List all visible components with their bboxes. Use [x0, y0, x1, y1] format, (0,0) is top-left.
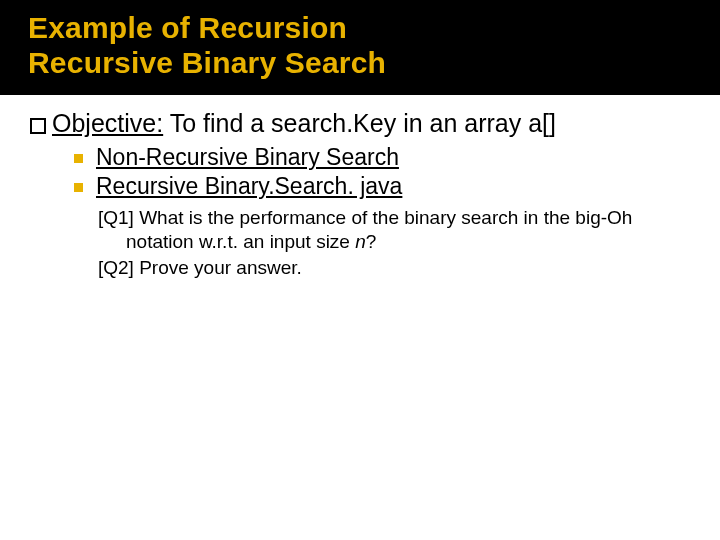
- q1-tag: [Q1]: [98, 207, 134, 228]
- objective-label: Objective:: [52, 109, 163, 137]
- q2-text-before: Prove your answer.: [139, 257, 302, 278]
- q1-text-before: What is the performance of the binary se…: [126, 207, 632, 252]
- title-line-2: Recursive Binary Search: [28, 46, 386, 79]
- title-bar: Example of Recursion Recursive Binary Se…: [0, 0, 720, 95]
- link-nonrecursive[interactable]: Non-Recursive Binary Search: [96, 144, 399, 170]
- square-bullet-icon: [30, 118, 46, 134]
- list-item: Non-Recursive Binary Search: [74, 144, 690, 171]
- objective-text: To find a search.Key in an array a[]: [170, 109, 556, 137]
- objective-row: Objective: To find a search.Key in an ar…: [30, 109, 690, 138]
- q1-text-after: ?: [366, 231, 377, 252]
- link-recursive-java[interactable]: Recursive Binary.Search. java: [96, 173, 402, 199]
- q2-tag: [Q2]: [98, 257, 134, 278]
- question-1: [Q1] What is the performance of the bina…: [98, 206, 662, 255]
- question-block: [Q1] What is the performance of the bina…: [98, 206, 662, 281]
- slide: Example of Recursion Recursive Binary Se…: [0, 0, 720, 540]
- list-item: Recursive Binary.Search. java: [74, 173, 690, 200]
- content-area: Objective: To find a search.Key in an ar…: [0, 95, 720, 281]
- question-2: [Q2] Prove your answer.: [98, 256, 662, 280]
- slide-title: Example of Recursion Recursive Binary Se…: [28, 10, 692, 81]
- title-line-1: Example of Recursion: [28, 11, 347, 44]
- link-list: Non-Recursive Binary Search Recursive Bi…: [74, 144, 690, 200]
- q1-italic: n: [355, 231, 366, 252]
